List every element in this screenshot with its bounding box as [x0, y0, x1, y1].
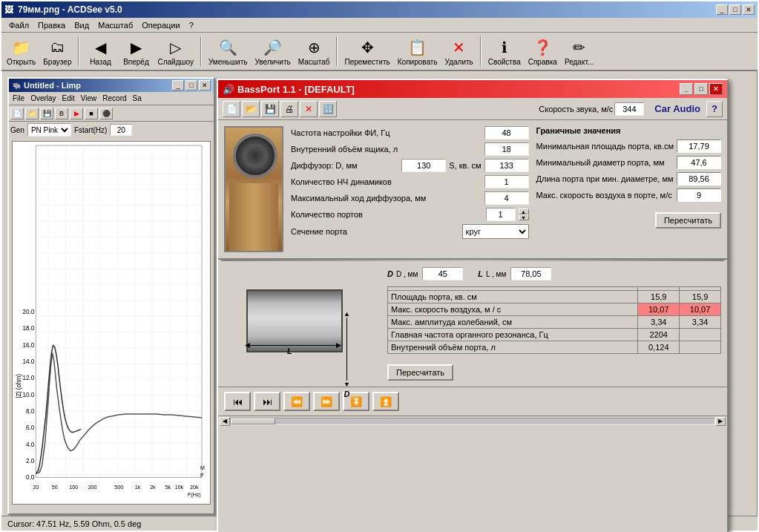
menu-help[interactable]: ?: [185, 19, 198, 31]
btn-properties[interactable]: ℹ Свойства: [486, 34, 523, 68]
nav-btn-0[interactable]: ⏮: [224, 392, 251, 411]
nav-btn-5[interactable]: ⏫: [372, 392, 399, 411]
d-value-input[interactable]: [422, 267, 463, 280]
btn-move[interactable]: ✥ Переместить: [342, 34, 392, 68]
gimp-fstart-input[interactable]: 20: [110, 124, 132, 136]
btn-copy[interactable]: 📋 Копировать: [395, 34, 440, 68]
enlarge-icon: 🔎: [261, 36, 285, 58]
bp-car-audio-link[interactable]: Car Audio: [654, 103, 700, 114]
l-value-input[interactable]: [510, 267, 551, 280]
menu-file[interactable]: Файл: [4, 19, 33, 31]
d-arrow-down: ▼: [344, 381, 350, 388]
svg-text:M: M: [200, 465, 205, 471]
acdsee-minimize[interactable]: _: [716, 4, 728, 15]
bp-maximize[interactable]: □: [694, 83, 708, 95]
diff-label: Диффузор: D, мм: [291, 161, 398, 170]
scroll-thumb[interactable]: [231, 418, 275, 424]
diff-s-input[interactable]: [484, 159, 529, 172]
bp-delete-btn[interactable]: ✕: [300, 101, 318, 117]
scroll-right-btn[interactable]: ▶: [715, 417, 726, 426]
menu-edit[interactable]: Правка: [33, 19, 70, 31]
help-icon: ❓: [530, 36, 554, 58]
svg-text:16.0: 16.0: [22, 342, 34, 349]
bp-scrollbar[interactable]: ◀ ▶: [218, 416, 727, 426]
nav-btn-1[interactable]: ⏭: [254, 392, 280, 411]
nav-btn-3[interactable]: ⏩: [313, 392, 340, 411]
stroke-input[interactable]: [484, 191, 529, 205]
vol-input[interactable]: [484, 142, 529, 156]
btn-properties-label: Свойства: [488, 58, 521, 66]
btn-shrink[interactable]: 🔍 Уменьшить: [206, 34, 249, 68]
gimp-menu-view[interactable]: View: [79, 93, 99, 103]
btn-browser[interactable]: 🗂 Браузер: [41, 34, 73, 68]
menu-zoom[interactable]: Масштаб: [93, 19, 137, 31]
btn-edit[interactable]: ✏ Редакт...: [562, 34, 596, 68]
bp-print-btn[interactable]: 🖨: [280, 101, 298, 117]
acdsee-maximize[interactable]: □: [729, 4, 741, 15]
btn-slideshow[interactable]: ▷ Слайдшоу: [155, 34, 196, 68]
port-spin-down[interactable]: ▼: [519, 214, 529, 220]
section-select[interactable]: круг: [462, 224, 529, 239]
row4-col2: [680, 341, 721, 354]
copy-icon: 📋: [406, 36, 430, 58]
recalc-upper-btn[interactable]: Пересчитать: [655, 212, 721, 229]
btn-scale[interactable]: ⊕ Масштаб: [296, 34, 332, 68]
table-row-1: Макс. скорость воздуха, м / с 10,07 10,0…: [388, 303, 721, 316]
gimp-tb-bold[interactable]: B: [55, 108, 68, 119]
bp-speed-input[interactable]: 344: [614, 102, 644, 116]
menu-view[interactable]: Вид: [70, 19, 93, 31]
shrink-icon: 🔍: [216, 36, 240, 58]
menu-ops[interactable]: Операции: [137, 19, 184, 31]
bp-open-btn[interactable]: 📂: [242, 101, 260, 117]
gimp-menu-sa[interactable]: Sa: [131, 93, 144, 103]
gimp-menu-edit[interactable]: Edit: [60, 93, 77, 103]
ports-input[interactable]: [486, 208, 516, 221]
btn-forward[interactable]: ▶ Вперёд: [119, 34, 152, 68]
bp-minimize[interactable]: _: [680, 83, 693, 95]
btn-open[interactable]: 📁 Открыть: [4, 34, 38, 68]
acdsee-close[interactable]: ✕: [743, 4, 755, 15]
separator-4: [480, 36, 482, 66]
btn-delete[interactable]: ✕ Удалить: [443, 34, 476, 68]
forward-icon: ▶: [124, 36, 148, 58]
gimp-tb-play[interactable]: ▶: [70, 108, 83, 119]
gimp-toolbar: 📄 📁 💾 B ▶ ■ ⚫: [9, 105, 214, 122]
gimp-minimize[interactable]: _: [172, 80, 184, 91]
gimp-tb-open[interactable]: 📁: [25, 108, 39, 119]
nav-btn-2[interactable]: ⏪: [283, 392, 310, 411]
l-arrow: ◀ ▶: [245, 341, 341, 349]
gimp-menu-overlay[interactable]: Overlay: [28, 93, 58, 103]
scroll-track[interactable]: [230, 418, 715, 425]
gimp-close[interactable]: ✕: [199, 80, 211, 91]
gimp-maximize[interactable]: □: [185, 80, 197, 91]
gimp-tb-rec[interactable]: ⚫: [99, 108, 113, 119]
btn-help[interactable]: ❓ Справка: [526, 34, 559, 68]
gimp-tb-stop[interactable]: ■: [85, 108, 98, 119]
row0-col1: 15,9: [638, 291, 680, 303]
scroll-left-btn[interactable]: ◀: [220, 417, 230, 426]
count-input[interactable]: [484, 175, 529, 188]
bp-help-btn[interactable]: ?: [706, 101, 723, 117]
recalc-lower-btn[interactable]: Пересчитать: [387, 364, 453, 381]
btn-browser-label: Браузер: [43, 58, 71, 66]
btn-delete-label: Удалить: [445, 58, 473, 66]
gimp-menu-file[interactable]: File: [10, 93, 27, 103]
bp-save-btn[interactable]: 💾: [261, 101, 279, 117]
svg-text:4.0: 4.0: [26, 441, 35, 448]
d-arrow-up: ▲: [344, 310, 350, 318]
freq-input[interactable]: [484, 126, 529, 139]
gimp-menu-record[interactable]: Record: [100, 93, 128, 103]
bp-new-btn[interactable]: 📄: [223, 101, 240, 117]
right-row-0: Минимальная площадь порта, кв.см 17,79: [536, 139, 721, 153]
gimp-tb-new[interactable]: 📄: [10, 108, 24, 119]
btn-back[interactable]: ◀ Назад: [84, 34, 116, 68]
btn-enlarge[interactable]: 🔎 Увеличить: [252, 34, 292, 68]
bp-close[interactable]: ✕: [709, 83, 723, 95]
gimp-tb-save[interactable]: 💾: [40, 108, 53, 119]
port-spin-up[interactable]: ▲: [519, 208, 529, 214]
row1-col1: 10,07: [638, 303, 680, 316]
diff-d-input[interactable]: [401, 159, 446, 172]
bp-calc-btn[interactable]: 🔢: [319, 101, 337, 117]
gimp-gen-select[interactable]: PN Pink: [27, 123, 71, 137]
d-var-label: D: [387, 269, 393, 278]
